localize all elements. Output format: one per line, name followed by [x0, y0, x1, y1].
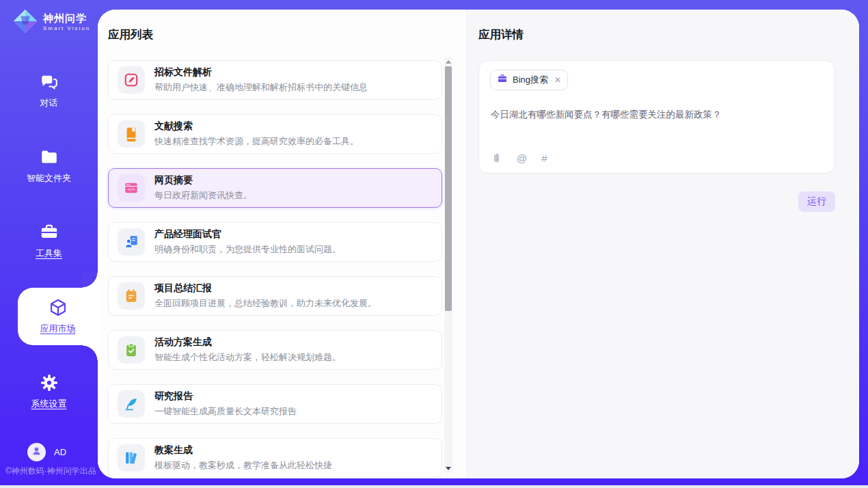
briefcase-icon — [497, 73, 508, 87]
scroll-down-arrow-icon[interactable] — [446, 467, 451, 470]
books-icon — [118, 444, 145, 472]
app-list-title: 应用列表 — [108, 27, 467, 42]
brand-subtitle: Smart Vision — [43, 26, 90, 32]
sidebar-item-label: 系统设置 — [31, 398, 67, 410]
app-description: 每日政府新闻资讯快查。 — [154, 189, 252, 202]
list-item[interactable]: 产品经理面试官明确身份和职责，为您提供专业性的面试问题。 — [108, 222, 442, 262]
diamond-logo-icon — [12, 8, 38, 37]
run-button[interactable]: 运行 — [798, 191, 835, 212]
app-description: 模板驱动，教案秒成，教学准备从此轻松快捷 — [154, 459, 332, 472]
sidebar-item-智能文件夹[interactable]: 智能文件夹 — [0, 128, 98, 204]
app-detail-panel: 应用详情 Bing搜索 ✕ 今日湖北有哪些新闻要点？有哪些需要关注的最新政策？ — [467, 10, 859, 478]
svg-text:</>: </> — [128, 187, 135, 191]
pen-square-icon — [118, 66, 145, 94]
app-description: 快速精准查找学术资源，提高研究效率的必备工具。 — [154, 135, 359, 148]
avatar — [27, 443, 46, 461]
cube-icon — [49, 298, 68, 317]
scroll-up-arrow-icon[interactable] — [446, 60, 451, 64]
hash-icon[interactable]: # — [541, 153, 547, 163]
sidebar-item-系统设置[interactable]: 系统设置 — [0, 354, 98, 429]
app-window: 神州问学 Smart Vision 对话智能文件夹工具集应用市场系统设置 AD … — [0, 0, 868, 488]
app-detail-title: 应用详情 — [478, 27, 835, 42]
app-description: 一键智能生成高质量长文本研究报告 — [154, 405, 297, 418]
folder-icon — [40, 148, 59, 167]
run-row: 运行 — [478, 191, 835, 212]
app-name: 教案生成 — [154, 444, 332, 457]
sidebar-item-工具集[interactable]: 工具集 — [0, 204, 98, 279]
app-name: 文献搜索 — [154, 120, 359, 133]
list-item[interactable]: </>网页摘要每日政府新闻资讯快查。 — [108, 168, 442, 208]
sidebar-item-label: 智能文件夹 — [27, 172, 71, 185]
sidebar-nav: 对话智能文件夹工具集应用市场系统设置 — [0, 53, 98, 429]
toolbox-icon — [40, 223, 59, 242]
app-name: 网页摘要 — [154, 174, 252, 187]
bottom-strip — [0, 485, 868, 488]
input-toolbar: @ # — [491, 152, 547, 164]
sidebar-item-label: 工具集 — [36, 247, 62, 260]
app-name: 项目总结汇报 — [154, 282, 377, 295]
sidebar-item-label: 应用市场 — [40, 323, 76, 335]
app-name: 活动方案生成 — [154, 336, 341, 349]
user-account[interactable]: AD — [27, 443, 66, 461]
sidebar: 神州问学 Smart Vision 对话智能文件夹工具集应用市场系统设置 AD … — [0, 0, 98, 485]
app-name: 产品经理面试官 — [154, 228, 341, 241]
list-item[interactable]: 招标文件解析帮助用户快速、准确地理解和解析招标书中的关键信息 — [108, 60, 442, 100]
person-icon — [31, 445, 42, 459]
app-description: 帮助用户快速、准确地理解和解析招标书中的关键信息 — [154, 81, 368, 94]
tool-chip-label: Bing搜索 — [513, 74, 548, 86]
app-name: 招标文件解析 — [154, 66, 368, 79]
at-icon[interactable]: @ — [517, 153, 527, 163]
interviewer-icon — [118, 228, 145, 256]
app-description: 全面回顾项目进展，总结经验教训，助力未来优化发展。 — [154, 297, 377, 310]
copyright-footer: ©神州数码·神州问学出品 — [5, 465, 96, 477]
browser-code-icon: </> — [118, 174, 145, 202]
clipboard-check-icon — [118, 336, 145, 364]
list-item[interactable]: 教案生成模板驱动，教案秒成，教学准备从此轻松快捷 — [108, 438, 442, 478]
main-content: 应用列表 招标文件解析帮助用户快速、准确地理解和解析招标书中的关键信息文献搜索快… — [98, 10, 859, 478]
list-item[interactable]: 项目总结汇报全面回顾项目进展，总结经验教训，助力未来优化发展。 — [108, 276, 442, 316]
sidebar-item-label: 对话 — [40, 97, 58, 109]
app-name: 研究报告 — [154, 390, 297, 403]
brand-name: 神州问学 — [43, 13, 90, 25]
scrollbar[interactable] — [444, 57, 452, 473]
sidebar-item-对话[interactable]: 对话 — [0, 53, 98, 128]
query-text[interactable]: 今日湖北有哪些新闻要点？有哪些需要关注的最新政策？ — [491, 109, 722, 121]
close-icon[interactable]: ✕ — [554, 76, 561, 84]
app-list-panel: 应用列表 招标文件解析帮助用户快速、准确地理解和解析招标书中的关键信息文献搜索快… — [98, 10, 467, 478]
prompt-card[interactable]: Bing搜索 ✕ 今日湖北有哪些新闻要点？有哪些需要关注的最新政策？ @ # — [478, 60, 835, 174]
quill-icon — [118, 390, 145, 418]
list-item[interactable]: 研究报告一键智能生成高质量长文本研究报告 — [108, 384, 442, 424]
user-name: AD — [54, 447, 66, 457]
book-icon — [118, 120, 145, 148]
sidebar-item-应用市场[interactable]: 应用市场 — [18, 288, 98, 345]
tool-chip-bing-search[interactable]: Bing搜索 ✕ — [490, 70, 568, 90]
scrollbar-thumb[interactable] — [445, 66, 452, 311]
chat-icon — [40, 72, 59, 92]
brand-logo: 神州问学 Smart Vision — [12, 8, 90, 37]
app-list: 招标文件解析帮助用户快速、准确地理解和解析招标书中的关键信息文献搜索快速精准查找… — [108, 60, 442, 478]
list-item[interactable]: 文献搜索快速精准查找学术资源，提高研究效率的必备工具。 — [108, 114, 442, 154]
app-description: 明确身份和职责，为您提供专业性的面试问题。 — [154, 243, 341, 256]
paperclip-icon[interactable] — [491, 152, 502, 164]
note-icon — [118, 282, 145, 310]
app-description: 智能生成个性化活动方案，轻松解决规划难题。 — [154, 351, 341, 364]
list-item[interactable]: 活动方案生成智能生成个性化活动方案，轻松解决规划难题。 — [108, 330, 442, 370]
gear-icon — [40, 373, 59, 392]
